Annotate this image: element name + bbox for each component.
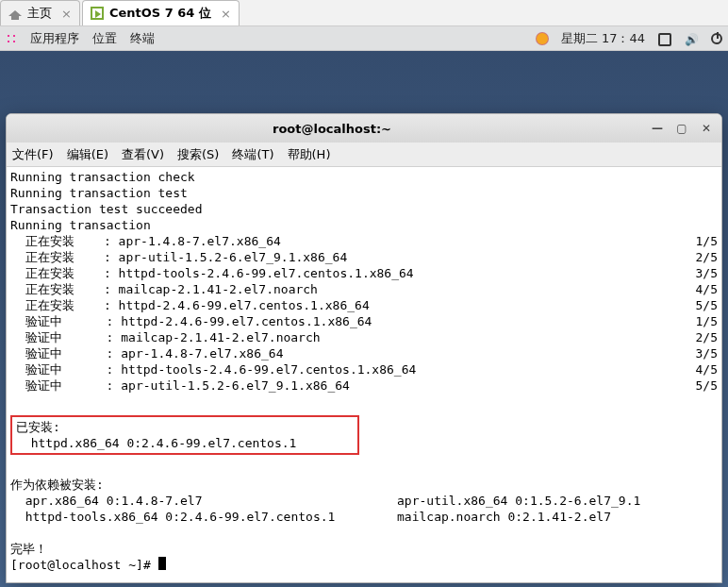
dep-package: mailcap.noarch 0:2.1.41-2.el7 — [397, 509, 611, 525]
network-icon[interactable] — [658, 32, 671, 45]
transaction-progress: 1/5 — [696, 233, 718, 249]
menu-view[interactable]: 查看(V) — [122, 146, 164, 163]
output-line: Running transaction check — [10, 169, 195, 185]
window-titlebar[interactable]: root@localhost:~ — ▢ ✕ — [7, 114, 721, 143]
transaction-progress: 3/5 — [696, 345, 718, 361]
transaction-progress: 4/5 — [696, 361, 718, 377]
tab-centos-label: CentOS 7 64 位 — [109, 5, 211, 22]
transaction-progress: 2/5 — [696, 249, 718, 265]
gnome-top-bar: 应用程序 位置 终端 星期二 17：44 — [0, 26, 728, 51]
notification-icon[interactable] — [537, 33, 548, 44]
installed-highlight: 已安装: httpd.x86_64 0:2.4.6-99.el7.centos.… — [10, 415, 359, 455]
activities-icon[interactable] — [6, 33, 17, 44]
tab-home-label: 主页 — [27, 5, 52, 22]
close-icon[interactable]: × — [61, 7, 72, 21]
transaction-line: 验证中 : apr-util-1.5.2-6.el7_9.1.x86_64 — [10, 377, 350, 394]
tab-centos[interactable]: CentOS 7 64 位 × — [82, 0, 240, 25]
menu-terminal[interactable]: 终端(T) — [232, 146, 273, 163]
shell-prompt: [root@localhost ~]# — [10, 557, 158, 573]
transaction-line: 正在安装 : apr-1.4.8-7.el7.x86_64 — [10, 233, 281, 249]
deps-heading: 作为依赖被安装: — [10, 477, 104, 493]
terminal-window: root@localhost:~ — ▢ ✕ 文件(F) 编辑(E) 查看(V)… — [6, 113, 722, 583]
output-line: Transaction test succeeded — [10, 201, 203, 217]
transaction-line: 验证中 : httpd-2.4.6-99.el7.centos.1.x86_64 — [10, 313, 372, 329]
output-line: Running transaction test — [10, 185, 188, 201]
transaction-progress: 5/5 — [696, 377, 718, 394]
dep-package: apr.x86_64 0:1.4.8-7.el7 — [10, 493, 397, 509]
transaction-line: 验证中 : httpd-tools-2.4.6-99.el7.centos.1.… — [10, 361, 416, 377]
menu-edit[interactable]: 编辑(E) — [67, 146, 108, 163]
output-line: Running transaction — [10, 217, 151, 233]
vm-icon — [91, 7, 104, 20]
installed-package: httpd.x86_64 0:2.4.6-99.el7.centos.1 — [16, 435, 296, 451]
vmware-tab-strip: 主页 × CentOS 7 64 位 × — [0, 0, 728, 26]
window-maximize-button[interactable]: ▢ — [674, 121, 689, 136]
transaction-line: 验证中 : mailcap-2.1.41-2.el7.noarch — [10, 329, 321, 345]
window-close-button[interactable]: ✕ — [699, 121, 714, 136]
done-line: 完毕！ — [10, 541, 47, 557]
volume-icon[interactable] — [685, 32, 698, 45]
close-icon[interactable]: × — [221, 7, 231, 21]
menu-applications[interactable]: 应用程序 — [30, 30, 79, 47]
transaction-progress: 2/5 — [696, 329, 718, 345]
transaction-line: 正在安装 : httpd-2.4.6-99.el7.centos.1.x86_6… — [10, 297, 370, 313]
menu-terminal[interactable]: 终端 — [130, 30, 155, 47]
window-title: root@localhost:~ — [14, 122, 650, 136]
transaction-progress: 5/5 — [696, 297, 718, 313]
dep-package: apr-util.x86_64 0:1.5.2-6.el7_9.1 — [397, 493, 640, 509]
installed-heading: 已安装: — [16, 419, 60, 435]
transaction-progress: 1/5 — [696, 313, 718, 329]
menu-search[interactable]: 搜索(S) — [177, 146, 219, 163]
home-icon — [8, 7, 22, 20]
transaction-line: 验证中 : apr-1.4.8-7.el7.x86_64 — [10, 345, 283, 361]
cursor — [158, 557, 166, 570]
transaction-line: 正在安装 : apr-util-1.5.2-6.el7_9.1.x86_64 — [10, 249, 347, 265]
terminal-menubar: 文件(F) 编辑(E) 查看(V) 搜索(S) 终端(T) 帮助(H) — [7, 143, 721, 167]
transaction-line: 正在安装 : httpd-tools-2.4.6-99.el7.centos.1… — [10, 265, 414, 281]
power-icon[interactable] — [711, 33, 722, 44]
menu-help[interactable]: 帮助(H) — [288, 146, 331, 163]
tab-home[interactable]: 主页 × — [0, 0, 80, 25]
transaction-line: 正在安装 : mailcap-2.1.41-2.el7.noarch — [10, 281, 318, 297]
terminal-output[interactable]: Running transaction check Running transa… — [7, 167, 721, 582]
transaction-progress: 3/5 — [696, 265, 718, 281]
dep-package: httpd-tools.x86_64 0:2.4.6-99.el7.centos… — [10, 509, 397, 525]
clock-label[interactable]: 星期二 17：44 — [561, 30, 645, 47]
window-minimize-button[interactable]: — — [650, 121, 665, 136]
transaction-progress: 4/5 — [696, 281, 718, 297]
menu-file[interactable]: 文件(F) — [12, 146, 54, 163]
menu-places[interactable]: 位置 — [92, 30, 117, 47]
